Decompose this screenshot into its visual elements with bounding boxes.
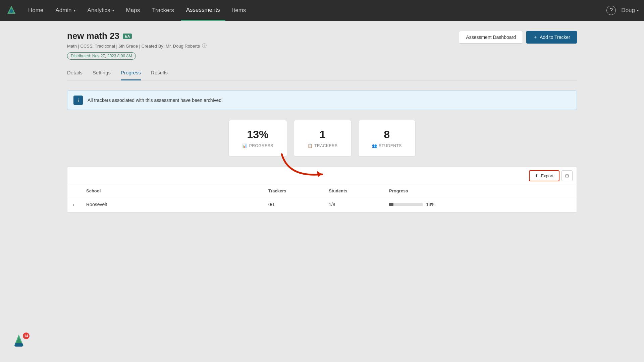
stat-progress-label: 📊 Progress (242, 143, 273, 148)
nav-admin[interactable]: Admin ▾ (50, 0, 80, 21)
tab-progress[interactable]: Progress (121, 70, 141, 80)
col-students: Students (329, 188, 389, 193)
cell-school: Roosevelt (86, 202, 268, 207)
cell-trackers: 0/1 (268, 202, 329, 207)
nav-items[interactable]: Items (227, 0, 252, 21)
stat-students-value: 8 (372, 128, 402, 141)
user-menu[interactable]: Doug ▾ (621, 7, 639, 14)
tab-details[interactable]: Details (67, 70, 83, 80)
svg-point-2 (10, 9, 13, 13)
stat-trackers-value: 1 (308, 128, 338, 141)
nav-right: ? Doug ▾ (606, 6, 639, 15)
progress-chart-icon: 📊 (242, 143, 248, 148)
stats-row: 13% 📊 Progress 1 📋 Trackers 8 👥 Students (67, 120, 577, 157)
stat-card-trackers: 1 📋 Trackers (294, 120, 352, 157)
navbar: Home Admin ▾ Analytics ▾ Maps Trackers A… (0, 0, 644, 21)
analytics-chevron-icon: ▾ (112, 9, 114, 12)
info-banner-text: All trackers associated with this assess… (88, 98, 223, 103)
distributed-badge: Distributed: Nov 27, 2023 8:00 AM (67, 52, 136, 60)
nav-trackers[interactable]: Trackers (147, 0, 179, 21)
assessment-header: new math 23 EA Math | CCSS: Traditional … (67, 31, 577, 60)
table-area: ⬆ Export ⊟ School Trackers Students Prog… (67, 167, 577, 213)
nav-assessments[interactable]: Assessments (181, 0, 225, 21)
badge-count: 14 (23, 333, 30, 339)
progress-bar-fill (389, 203, 393, 206)
assessment-title: new math 23 (67, 31, 119, 41)
columns-icon: ⊟ (565, 173, 569, 178)
stat-card-progress: 13% 📊 Progress (228, 120, 287, 157)
info-banner-icon: i (73, 96, 83, 105)
stat-students-label: 👥 Students (372, 143, 402, 148)
main-content: new math 23 EA Math | CCSS: Traditional … (0, 21, 644, 223)
admin-chevron-icon: ▾ (74, 9, 75, 12)
tab-settings[interactable]: Settings (93, 70, 111, 80)
app-logo[interactable] (5, 4, 17, 16)
col-trackers: Trackers (268, 188, 329, 193)
table-toolbar: ⬆ Export ⊟ (67, 167, 577, 185)
svg-rect-6 (15, 343, 23, 347)
assessment-title-row: new math 23 EA (67, 31, 207, 41)
progress-pct-label: 13% (426, 202, 435, 207)
assessment-info: new math 23 EA Math | CCSS: Traditional … (67, 31, 207, 60)
plus-icon: ＋ (533, 34, 538, 40)
export-icon: ⬆ (535, 173, 539, 178)
nav-home[interactable]: Home (23, 0, 49, 21)
stat-trackers-label: 📋 Trackers (308, 143, 338, 148)
ea-badge: EA (123, 34, 132, 39)
stat-progress-value: 13% (242, 128, 273, 141)
col-school: School (86, 188, 268, 193)
progress-bar-bg (389, 203, 423, 206)
help-button[interactable]: ? (606, 6, 616, 15)
tab-results[interactable]: Results (151, 70, 168, 80)
info-banner: i All trackers associated with this asse… (67, 90, 577, 110)
meta-info-icon[interactable]: ⓘ (202, 43, 207, 49)
export-button[interactable]: ⬆ Export (529, 170, 559, 181)
students-group-icon: 👥 (372, 143, 377, 148)
table-row: › Roosevelt 0/1 1/8 13% (67, 197, 577, 212)
table-header: School Trackers Students Progress (67, 185, 577, 197)
columns-button[interactable]: ⊟ (561, 170, 573, 181)
header-actions: Assessment Dashboard ＋ Add to Tracker (459, 31, 577, 44)
trackers-list-icon: 📋 (308, 143, 313, 148)
nav-analytics[interactable]: Analytics ▾ (82, 0, 119, 21)
user-chevron-icon: ▾ (637, 9, 639, 12)
cell-progress: 13% (389, 202, 571, 207)
expand-row-button[interactable]: › (73, 202, 86, 207)
assessment-dashboard-button[interactable]: Assessment Dashboard (459, 31, 523, 44)
nav-maps[interactable]: Maps (121, 0, 146, 21)
cell-students: 1/8 (329, 202, 389, 207)
stat-card-students: 8 👥 Students (358, 120, 416, 157)
col-progress: Progress (389, 188, 571, 193)
floating-badge[interactable]: 14 (10, 333, 30, 352)
add-to-tracker-button[interactable]: ＋ Add to Tracker (526, 31, 577, 44)
assessment-meta: Math | CCSS: Traditional | 6th Grade | C… (67, 43, 207, 49)
tabs: Details Settings Progress Results (67, 70, 577, 80)
